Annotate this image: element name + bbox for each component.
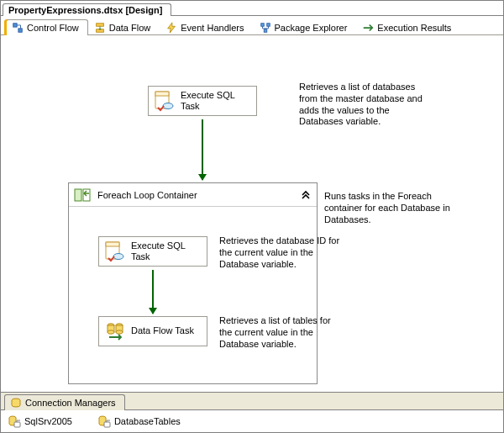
svg-point-14 [113, 254, 123, 260]
document-tab-row: PropertyExpressions.dtsx [Design] [1, 1, 503, 16]
foreach-loop-container[interactable]: Foreach Loop Container Execute SQL Task [68, 182, 318, 384]
control-flow-canvas[interactable]: Execute SQL Task Retrieves a list of dat… [1, 35, 503, 392]
annotation: Retrieves a list of databases from the m… [299, 82, 433, 128]
svg-rect-4 [260, 24, 264, 27]
svg-rect-23 [14, 422, 20, 427]
document-tab[interactable]: PropertyExpressions.dtsx [Design] [3, 3, 171, 16]
document-tab-label: PropertyExpressions.dtsx [Design] [8, 5, 162, 15]
tab-event-handlers[interactable]: Event Handlers [160, 19, 253, 35]
svg-rect-0 [13, 24, 17, 27]
connection-managers-tab[interactable]: Connection Managers [4, 394, 125, 410]
tab-label: Event Handlers [181, 23, 244, 33]
svg-point-20 [116, 330, 123, 334]
tab-label: Data Flow [109, 23, 151, 33]
connection-manager-item[interactable]: DatabaseTables [97, 415, 181, 428]
connection-managers-icon [10, 397, 22, 409]
tab-package-explorer[interactable]: Package Explorer [254, 19, 357, 35]
precedence-arrow[interactable] [152, 270, 154, 314]
svg-rect-6 [264, 29, 267, 33]
tab-control-flow[interactable]: Control Flow [6, 19, 88, 35]
task-data-flow[interactable]: Data Flow Task [98, 316, 207, 346]
foreach-icon [74, 187, 92, 203]
package-explorer-icon [260, 22, 271, 34]
db-conn-icon [97, 415, 111, 428]
connection-manager-label: SqlSrv2005 [24, 416, 72, 426]
data-flow-icon [94, 22, 106, 34]
connection-manager-item[interactable]: SqlSrv2005 [8, 415, 72, 428]
connection-managers-label: Connection Managers [25, 398, 116, 408]
connection-managers-list[interactable]: SqlSrv2005 DatabaseTables [1, 410, 503, 432]
task-label: Execute SQL Task [131, 240, 198, 262]
foreach-header[interactable]: Foreach Loop Container [69, 183, 317, 207]
execution-results-icon [362, 22, 374, 34]
tab-label: Control Flow [27, 23, 79, 33]
control-flow-icon [12, 22, 24, 34]
svg-point-9 [163, 103, 173, 109]
execute-sql-icon [154, 90, 176, 112]
svg-rect-2 [96, 24, 103, 27]
task-execute-sql-inner[interactable]: Execute SQL Task [98, 236, 207, 267]
svg-rect-10 [75, 189, 81, 201]
svg-point-17 [108, 330, 114, 334]
designer-tabstrip: Control Flow Data Flow Event Handlers Pa… [1, 16, 503, 35]
task-label: Data Flow Task [131, 325, 194, 336]
annotation: Retrieves a list of tables for the curre… [219, 315, 345, 350]
designer-window: PropertyExpressions.dtsx [Design] Contro… [0, 0, 504, 433]
svg-rect-25 [104, 422, 110, 427]
svg-rect-1 [18, 29, 22, 32]
data-flow-task-icon [104, 320, 126, 342]
execute-sql-icon [104, 240, 126, 262]
task-label: Execute SQL Task [181, 90, 248, 112]
tab-label: Execution Results [377, 23, 451, 33]
tab-label: Package Explorer [275, 23, 348, 33]
annotation: Runs tasks in the Foreach container for … [324, 191, 467, 225]
connection-managers-tab-row: Connection Managers [1, 393, 503, 410]
foreach-title: Foreach Loop Container [97, 190, 197, 200]
connection-manager-label: DatabaseTables [114, 416, 181, 426]
foreach-body[interactable]: Execute SQL Task Data Flow Task [69, 207, 317, 383]
event-handlers-icon [165, 22, 177, 34]
task-execute-sql-top[interactable]: Execute SQL Task [148, 86, 257, 116]
connection-managers-panel: Connection Managers SqlSrv2005 DatabaseT… [1, 392, 503, 432]
db-conn-icon [8, 415, 21, 428]
annotation: Retrieves the database ID for the curren… [219, 235, 345, 270]
svg-rect-13 [106, 242, 119, 246]
svg-rect-8 [155, 92, 169, 96]
tab-execution-results[interactable]: Execution Results [356, 19, 460, 35]
precedence-arrow[interactable] [202, 119, 203, 180]
tab-data-flow[interactable]: Data Flow [88, 19, 160, 35]
svg-rect-5 [266, 24, 270, 27]
collapse-chevron-icon[interactable] [300, 187, 312, 199]
